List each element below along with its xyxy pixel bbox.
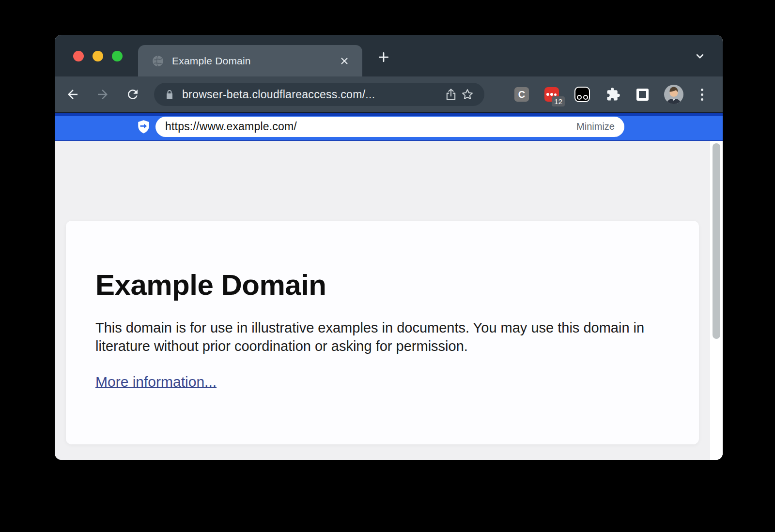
bookmark-star-icon[interactable] bbox=[459, 86, 476, 103]
isolation-url-bar: https://www.example.com/ Minimize bbox=[55, 112, 723, 141]
extension-red-dots-icon[interactable]: 12 bbox=[544, 87, 559, 102]
tab-strip: Example Domain bbox=[55, 35, 723, 76]
tab-example-domain[interactable]: Example Domain bbox=[138, 45, 362, 76]
tab-close-icon[interactable] bbox=[337, 54, 352, 68]
more-information-link[interactable]: More information... bbox=[95, 374, 217, 390]
reload-button[interactable] bbox=[123, 85, 142, 104]
address-bar-url: browser-beta.cloudflareaccess.com/... bbox=[182, 88, 443, 101]
extension-c-icon[interactable]: C bbox=[514, 87, 529, 102]
isolation-url-text: https://www.example.com/ bbox=[165, 120, 297, 133]
close-window-button[interactable] bbox=[73, 51, 84, 61]
extension-badge: 12 bbox=[552, 96, 565, 106]
tab-title: Example Domain bbox=[172, 55, 331, 67]
zoom-window-button[interactable] bbox=[112, 51, 123, 61]
example-domain-card: Example Domain This domain is for use in… bbox=[66, 221, 699, 444]
minimize-bar-button[interactable]: Minimize bbox=[576, 121, 615, 132]
address-bar[interactable]: browser-beta.cloudflareaccess.com/... bbox=[154, 83, 484, 106]
page-title: Example Domain bbox=[95, 269, 660, 301]
page-scrollbar-track[interactable] bbox=[710, 141, 723, 460]
page-viewport: Example Domain This domain is for use in… bbox=[55, 141, 723, 460]
page-paragraph: This domain is for use in illustrative e… bbox=[95, 319, 657, 355]
back-button[interactable] bbox=[63, 85, 82, 104]
browser-window: Example Domain browser-beta.cloudflareac bbox=[55, 35, 723, 460]
toolbar-extensions-area: C 12 bbox=[514, 76, 705, 112]
lock-icon bbox=[164, 89, 175, 100]
extensions-puzzle-icon[interactable] bbox=[605, 87, 621, 102]
side-panel-icon[interactable] bbox=[636, 89, 649, 101]
globe-favicon-icon bbox=[152, 55, 164, 67]
browser-toolbar: browser-beta.cloudflareaccess.com/... C … bbox=[55, 76, 723, 112]
extension-goggles-icon[interactable] bbox=[574, 87, 590, 102]
forward-button[interactable] bbox=[93, 85, 112, 104]
profile-avatar[interactable] bbox=[664, 85, 683, 104]
tab-search-chevron-icon[interactable] bbox=[691, 48, 709, 64]
minimize-window-button[interactable] bbox=[93, 51, 103, 61]
traffic-lights bbox=[73, 51, 123, 61]
page-scrollbar-thumb[interactable] bbox=[713, 143, 720, 339]
share-icon[interactable] bbox=[443, 86, 459, 103]
chrome-menu-icon[interactable] bbox=[699, 87, 705, 103]
isolation-url-input[interactable]: https://www.example.com/ Minimize bbox=[155, 117, 624, 137]
isolation-shield-icon bbox=[137, 120, 150, 134]
new-tab-button[interactable] bbox=[373, 46, 394, 68]
